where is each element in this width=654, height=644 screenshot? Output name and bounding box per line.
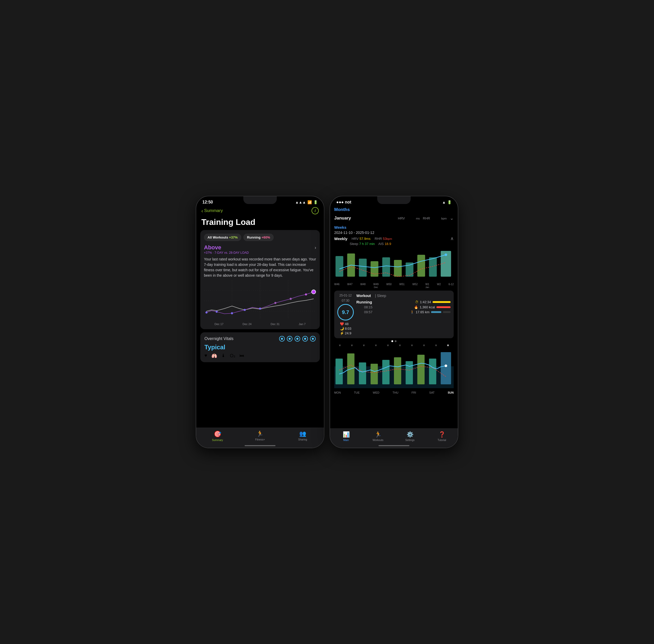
- svg-rect-30: [371, 364, 378, 384]
- tab-all-workouts[interactable]: All Workouts +37%: [204, 234, 241, 241]
- rhr-label-month: RHR: [423, 216, 430, 220]
- svg-rect-31: [382, 360, 390, 384]
- fitness-tab-label: Fitness+: [255, 438, 265, 441]
- summary-tab-label: Summary: [212, 439, 223, 441]
- svg-rect-22: [417, 255, 425, 277]
- vitals-header: Overnight Vitals: [205, 336, 316, 342]
- page-dot-2: [395, 340, 397, 342]
- info-icon: i: [314, 209, 316, 213]
- tri6: ▼: [398, 344, 401, 347]
- tab-running-highlight: +60%: [262, 235, 270, 239]
- tri10: ▼: [446, 344, 449, 347]
- vitals-dot-1: [279, 336, 285, 342]
- svg-rect-35: [429, 359, 436, 384]
- summary-tab-icon: 🎯: [214, 431, 221, 438]
- main-tab-label: Main: [343, 439, 349, 441]
- vitals-dots: [279, 336, 316, 342]
- triangle-markers: ▼ ▼ ▼ ▼ ▼ ▼ ▼ ▼ ▼ ▼: [334, 344, 454, 347]
- chart-labels-left: Dec 17 Dec 24 Dec 31 Jan 7: [204, 323, 316, 326]
- vitals-dot-5: [310, 336, 316, 342]
- sleep-icon: 🛏: [239, 353, 244, 359]
- tri7: ▼: [411, 344, 414, 347]
- page-dot-1: [391, 340, 393, 342]
- svg-point-25: [445, 253, 447, 256]
- svg-rect-27: [335, 359, 343, 384]
- day-thu: THU: [393, 391, 399, 394]
- week-w51: W51: [399, 283, 405, 289]
- sleep-tab[interactable]: | Sleep: [375, 294, 386, 298]
- svg-rect-21: [405, 262, 413, 277]
- tab-running[interactable]: Running +60%: [243, 234, 274, 241]
- tutorial-tab-icon: ❓: [439, 431, 445, 438]
- tri1: ▼: [338, 344, 342, 347]
- extra-time1: 08:15: [364, 305, 373, 309]
- week-w49: W49Dec: [373, 283, 379, 289]
- kcal-icon: 🔥: [414, 305, 418, 309]
- tab-tutorial[interactable]: ❓ Tutorial: [426, 431, 458, 441]
- svg-rect-20: [394, 260, 402, 277]
- svg-point-8: [231, 312, 233, 314]
- month-row[interactable]: January HRV 52.7ms RHR 52.8bpm ⌄: [330, 214, 458, 223]
- svg-rect-29: [359, 363, 366, 384]
- extra-time2: 09:57: [364, 310, 373, 314]
- above-subtitle: +37% · 7-DAY vs. 28-DAY LOAD: [204, 251, 316, 254]
- vitals-title: Overnight Vitals: [205, 337, 234, 341]
- tab-bar-left: 🎯 Summary 🏃 Fitness+ 👥 Sharing: [196, 428, 324, 448]
- week-w48: W48: [360, 283, 366, 289]
- tab-sharing[interactable]: 👥 Sharing: [281, 431, 324, 441]
- months-label: Months: [330, 206, 458, 214]
- status-time-left: 12:50: [202, 200, 213, 205]
- day-fri: FRI: [412, 391, 416, 394]
- vitals-icon-row: ♥ 🫁 🌡 O₂ 🛏: [205, 353, 316, 359]
- week-w1: W1Jan: [425, 283, 429, 289]
- vitals-dot-3: [295, 336, 300, 342]
- tab-workouts[interactable]: 🏃 Workouts: [362, 431, 394, 441]
- tri2: ▼: [350, 344, 353, 347]
- vitals-dot-2: [287, 336, 293, 342]
- workout-card: All Workouts +37% Running +60% Above › +…: [200, 230, 320, 329]
- weekly-hrv: HRV 57.9ms: [351, 237, 370, 240]
- settings-tab-label: Settings: [405, 439, 415, 441]
- workout-tab-active[interactable]: Workout: [356, 294, 371, 298]
- chevron-down-icon: ⌄: [450, 215, 454, 221]
- tab-all-label: All Workouts: [208, 235, 229, 239]
- day-sat: SAT: [429, 391, 435, 394]
- back-label: Summary: [204, 208, 223, 213]
- tab-main[interactable]: 📊 Main: [330, 431, 362, 441]
- tab-summary[interactable]: 🎯 Summary: [196, 431, 239, 441]
- pct-highlight: +37%: [204, 251, 212, 254]
- weeks-range: 2024-11-10 - 2025-01-12: [334, 231, 454, 235]
- svg-point-11: [274, 302, 276, 304]
- svg-rect-17: [359, 259, 367, 277]
- signal-icon-right: ▲: [442, 200, 446, 204]
- svg-point-12: [290, 298, 292, 300]
- tab-running-label: Running: [247, 235, 261, 239]
- svg-rect-15: [335, 256, 343, 277]
- sharing-tab-icon: 👥: [299, 431, 306, 437]
- svg-point-10: [259, 307, 261, 309]
- nav-bar-left: ‹ Summary i: [196, 206, 324, 216]
- phones-container: 12:50 ▲▲▲ 📶 🔋 ‹ Summary i Training Load: [190, 191, 464, 453]
- tab-fitness-plus[interactable]: 🏃 Fitness+: [239, 431, 281, 441]
- back-button[interactable]: ‹ Summary: [201, 208, 223, 214]
- duration-bar: [433, 301, 450, 303]
- daily-chart: ▼ ▼ ▼ ▼ ▼ ▼ ▼ ▼ ▼ ▼: [334, 344, 454, 390]
- day-mon: MON: [334, 391, 341, 394]
- home-indicator-right: [378, 445, 410, 446]
- week-w46: W46: [334, 283, 340, 289]
- weekly-sleep-row: Sleep 7 h 37 min AIS 18.9: [334, 242, 454, 246]
- home-indicator-left: [244, 445, 276, 446]
- svg-rect-18: [371, 261, 378, 277]
- workout-date: 25-01-12: [340, 294, 352, 297]
- tab-settings[interactable]: ⚙️ Settings: [394, 431, 426, 441]
- weekly-stats-row: Weekly HRV 57.9ms RHR 53bpm ∧: [334, 236, 454, 242]
- chart-label-dec24: Dec 24: [242, 323, 252, 326]
- info-button[interactable]: i: [311, 207, 319, 214]
- sharing-tab-label: Sharing: [298, 438, 307, 441]
- chart-label-jan7: Jan 7: [299, 323, 306, 326]
- right-phone: ●●● not ▲ 🔋 Months January HRV 52.7ms RH…: [330, 196, 458, 448]
- heart-stat: ❤️ 48: [340, 322, 351, 326]
- tri3: ▼: [362, 344, 365, 347]
- above-desc: Your last rated workout was recorded mor…: [204, 257, 316, 278]
- o2-icon: O₂: [230, 353, 235, 359]
